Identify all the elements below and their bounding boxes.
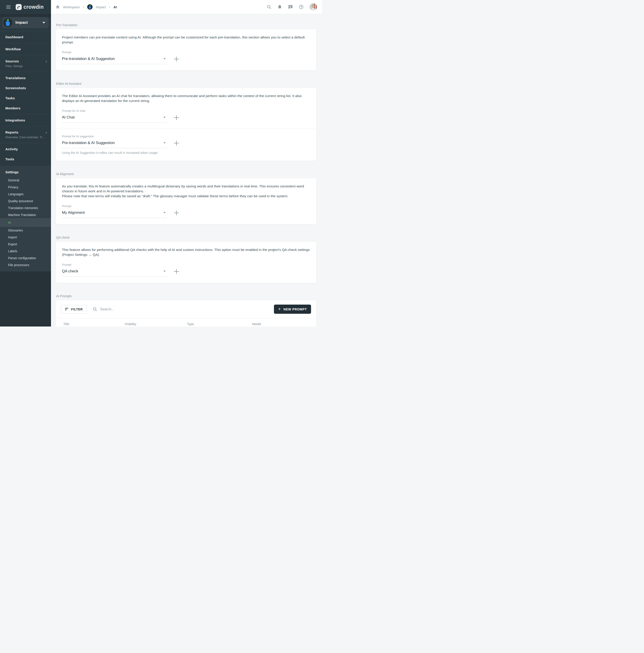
prompt-for-ai-chat-label: Prompt for AI chat	[62, 109, 310, 113]
project-avatar	[3, 18, 12, 27]
chevron-right-icon: ›	[109, 5, 110, 9]
chevron-down-icon	[164, 212, 166, 213]
breadcrumb-workspace[interactable]: Workspace	[63, 5, 80, 9]
qa-check-description: This feature allows for performing addit…	[62, 247, 310, 257]
card-divider	[56, 128, 316, 129]
sidebar-item-general[interactable]: General	[0, 177, 51, 184]
sidebar-item-file-processors[interactable]: File processors	[0, 261, 51, 268]
sidebar-item-languages[interactable]: Languages	[0, 191, 51, 197]
alignment-prompt-select[interactable]: My Alignment	[62, 210, 167, 218]
qa-check-prompt-select[interactable]: QA check	[62, 268, 167, 276]
help-icon[interactable]	[299, 4, 304, 9]
section-label-qa-check: QA check	[56, 236, 317, 239]
section-label-pre-translation: Pre-Translation	[56, 23, 317, 27]
sidebar-item-privacy[interactable]: Privacy	[0, 184, 51, 191]
sidebar-item-tools[interactable]: Tools	[0, 154, 51, 164]
pre-translation-description: Project members can pre-translate conten…	[62, 35, 310, 45]
chevron-right-icon: ›	[83, 5, 84, 9]
crowdin-wordmark: crowdin	[23, 4, 44, 10]
chevron-down-icon	[164, 58, 166, 59]
user-avatar[interactable]	[309, 3, 317, 11]
pre-translation-prompt-select[interactable]: Pre-translation & AI Suggestion	[62, 56, 167, 64]
sidebar-header: crowdin	[0, 0, 51, 14]
sidebar-item-machine-translation[interactable]: Machine Translation	[0, 211, 51, 218]
topbar: Workspace › Impact › AI	[51, 0, 322, 14]
ai-chat-prompt-select[interactable]: AI Chat	[62, 115, 167, 123]
notifications-bell-icon[interactable]	[277, 4, 282, 9]
chevron-down-icon	[43, 22, 45, 23]
chevron-down-icon	[164, 271, 166, 272]
filter-button[interactable]: FILTER	[61, 305, 87, 314]
sidebar-item-workflow[interactable]: Workflow	[0, 44, 51, 54]
prompt-label: Prompt	[62, 204, 310, 208]
search-icon	[93, 307, 97, 312]
breadcrumb-current-page: AI	[114, 5, 117, 9]
sidebar-nav: Impact Dashboard Workflow Sources › File…	[0, 17, 51, 166]
add-prompt-button[interactable]	[174, 269, 179, 274]
ai-prompts-card: FILTER + NEW PROMPT Title Visibility Typ…	[55, 300, 317, 326]
project-name: Impact	[16, 20, 28, 25]
ai-alignment-description-2: Please note that new terms will initiall…	[62, 194, 310, 199]
home-icon[interactable]	[55, 5, 60, 9]
column-title: Title	[63, 322, 125, 326]
add-prompt-button[interactable]	[174, 56, 179, 62]
project-selector[interactable]: Impact	[2, 17, 49, 28]
sidebar-item-members[interactable]: Members	[0, 103, 51, 113]
new-prompt-button[interactable]: + NEW PROMPT	[274, 305, 311, 314]
sidebar-item-parser-configuration[interactable]: Parser configuration	[0, 255, 51, 261]
ai-alignment-card: As you translate, this AI feature automa…	[55, 178, 317, 224]
sidebar-item-tasks[interactable]: Tasks	[0, 93, 51, 103]
sidebar-item-translation-memories[interactable]: Translation memories	[0, 204, 51, 211]
sidebar-item-reports-subtitle: Overview, Cost estimate, Transl...	[0, 136, 51, 142]
chevron-right-icon: ›	[46, 131, 47, 134]
prompt-label: Prompt	[62, 51, 310, 54]
plus-icon: +	[278, 307, 281, 311]
ai-suggestion-helper-text: Using the AI Suggestion in editor can re…	[62, 151, 310, 154]
chevron-down-icon	[164, 117, 166, 118]
sidebar-item-translations[interactable]: Translations	[0, 73, 51, 83]
menu-icon[interactable]	[6, 5, 10, 9]
crowdin-logo[interactable]: crowdin	[16, 4, 44, 10]
main-content: Pre-Translation Project members can pre-…	[51, 14, 322, 326]
chevron-right-icon: ›	[46, 60, 47, 63]
sidebar-item-quality-assurance[interactable]: Quality assurance	[0, 197, 51, 204]
sidebar-item-integrations[interactable]: Integrations	[0, 115, 51, 125]
ai-suggestion-prompt-select[interactable]: Pre-translation & AI Suggestion	[62, 140, 167, 148]
chevron-down-icon	[164, 142, 166, 144]
pre-translation-card: Project members can pre-translate conten…	[55, 29, 317, 71]
search-field	[93, 307, 274, 312]
add-prompt-button[interactable]	[174, 210, 179, 216]
section-label-ai-alignment: AI Alignment	[56, 172, 317, 176]
section-label-editor-ai-assistant: Editor AI Assistant	[56, 82, 317, 86]
editor-ai-assistant-description: The Editor AI Assistant provides an AI c…	[62, 94, 310, 103]
sidebar-item-sources-subtitle: Files, Strings	[0, 65, 51, 71]
search-icon[interactable]	[267, 4, 271, 9]
column-model: Model	[252, 322, 303, 326]
sidebar-item-export[interactable]: Export	[0, 241, 51, 247]
search-input[interactable]	[100, 307, 194, 311]
table-header: Title Visibility Type Model	[56, 318, 316, 326]
sidebar-item-dashboard[interactable]: Dashboard	[0, 32, 51, 42]
messages-icon[interactable]	[288, 4, 293, 9]
sidebar-item-labels[interactable]: Labels	[0, 247, 51, 255]
add-prompt-button[interactable]	[174, 115, 179, 120]
breadcrumb-project-avatar	[87, 4, 93, 9]
sidebar-item-settings[interactable]: Settings	[0, 167, 51, 177]
sidebar-item-glossaries[interactable]: Glossaries	[0, 227, 51, 234]
sidebar-settings-group: Settings General Privacy Languages Quali…	[0, 166, 51, 271]
crowdin-logo-icon	[16, 4, 22, 10]
sidebar-item-activity[interactable]: Activity	[0, 144, 51, 154]
breadcrumb: Workspace › Impact › AI	[55, 4, 117, 9]
editor-ai-assistant-card: The Editor AI Assistant provides an AI c…	[55, 88, 317, 161]
sidebar-item-import[interactable]: Import	[0, 234, 51, 241]
sidebar-item-screenshots[interactable]: Screenshots	[0, 83, 51, 93]
sidebar-item-ai[interactable]: AI	[0, 218, 51, 227]
prompt-for-ai-suggestion-label: Prompt for AI suggestion	[62, 135, 310, 138]
ai-alignment-description-1: As you translate, this AI feature automa…	[62, 184, 310, 194]
column-visibility: Visibility	[125, 322, 187, 326]
column-type: Type	[187, 322, 252, 326]
breadcrumb-project[interactable]: Impact	[96, 5, 106, 9]
qa-check-card: This feature allows for performing addit…	[55, 241, 317, 283]
sidebar: crowdin Impact Dashboard Workflow Source…	[0, 0, 51, 326]
add-prompt-button[interactable]	[174, 141, 179, 146]
